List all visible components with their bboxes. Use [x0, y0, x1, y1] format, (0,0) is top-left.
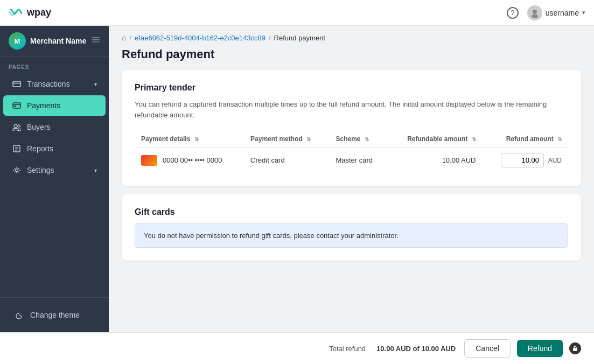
merchant-info: M Merchant Name	[9, 32, 86, 50]
payment-icon	[12, 101, 22, 110]
total-refund-value: 10.00 AUD of 10.00 AUD	[376, 345, 456, 353]
username-label: username	[546, 9, 579, 17]
aud-currency-label: AUD	[548, 157, 562, 164]
svg-rect-4	[92, 41, 100, 43]
svg-rect-19	[573, 348, 577, 351]
svg-rect-7	[13, 103, 20, 108]
page-title: Refund payment	[109, 47, 594, 70]
gift-cards-info-message: You do not have permission to refund gif…	[144, 232, 399, 240]
col-refundable-amount[interactable]: Refundable amount ⇅	[387, 131, 482, 148]
refund-amount-cell: AUD	[483, 148, 569, 173]
wpay-logo-icon	[9, 8, 24, 18]
scheme-cell: Master card	[329, 148, 387, 173]
svg-point-10	[14, 124, 17, 128]
user-avatar-icon	[527, 5, 542, 20]
sidebar: M Merchant Name PAGES Transactions ▾ Pay…	[0, 26, 109, 332]
svg-rect-9	[14, 106, 16, 107]
svg-point-1	[532, 14, 538, 18]
credit-card-icon	[12, 79, 22, 89]
svg-point-0	[533, 10, 537, 14]
navbar: wpay ? username ▾	[0, 0, 594, 26]
merchant-header: M Merchant Name	[0, 26, 109, 57]
total-refund-label: Total refund	[329, 345, 366, 353]
col-scheme[interactable]: Scheme ⇅	[329, 131, 387, 148]
sidebar-item-payments[interactable]: Payments	[3, 95, 106, 116]
sidebar-item-label-settings: Settings	[27, 166, 54, 174]
chevron-right-icon: ▾	[94, 81, 97, 87]
people-icon	[12, 122, 22, 132]
chevron-right-settings-icon: ▾	[94, 167, 97, 173]
breadcrumb-transaction-link[interactable]: efae6062-519d-4004-b162-e2c0e143cc89	[135, 34, 265, 42]
sort-icon-refund-amount: ⇅	[557, 136, 562, 142]
sidebar-item-buyers[interactable]: Buyers	[3, 117, 106, 137]
merchant-avatar: M	[9, 32, 26, 50]
gear-icon	[12, 165, 22, 175]
footer-bar: Total refund 10.00 AUD of 10.00 AUD Canc…	[0, 332, 594, 364]
gift-cards-title: Gift cards	[135, 207, 568, 217]
sort-icon-refundable: ⇅	[472, 136, 476, 142]
sidebar-item-label-transactions: Transactions	[27, 80, 70, 88]
refundable-amount-cell: 10.00 AUD	[387, 148, 482, 173]
col-refund-amount[interactable]: Refund amount ⇅	[483, 131, 569, 148]
wpay-logo-text: wpay	[27, 7, 51, 18]
change-theme-label: Change theme	[30, 311, 80, 319]
svg-rect-3	[92, 39, 100, 40]
sidebar-item-change-theme[interactable]: Change theme	[6, 305, 102, 325]
merchant-name: Merchant Name	[30, 37, 86, 45]
sidebar-item-label-reports: Reports	[27, 144, 53, 153]
sidebar-toggle-icon[interactable]	[92, 36, 100, 46]
primary-tender-description: You can refund a captured transaction mu…	[135, 99, 568, 120]
payment-table-wrapper: Payment details ⇅ Payment method ⇅ Schem…	[135, 131, 568, 173]
col-payment-method[interactable]: Payment method ⇅	[244, 131, 329, 148]
primary-tender-title: Primary tender	[135, 83, 568, 93]
navbar-left: wpay	[9, 7, 51, 18]
sidebar-item-label-payments: Payments	[27, 101, 60, 110]
sidebar-item-settings[interactable]: Settings ▾	[3, 160, 106, 180]
navbar-right: ? username ▾	[507, 5, 585, 20]
main-content: ⌂ / efae6062-519d-4004-b162-e2c0e143cc89…	[109, 26, 594, 332]
gift-cards-info-box: You do not have permission to refund gif…	[135, 223, 568, 248]
sidebar-item-label-buyers: Buyers	[27, 123, 51, 131]
payment-method-cell: Credit card	[244, 148, 329, 173]
sidebar-item-reports[interactable]: Reports	[3, 138, 106, 159]
reports-icon	[12, 144, 22, 153]
sort-icon-scheme: ⇅	[365, 136, 369, 142]
breadcrumb-current: Refund payment	[274, 34, 325, 42]
payment-table: Payment details ⇅ Payment method ⇅ Schem…	[135, 131, 568, 173]
pages-label: PAGES	[0, 57, 109, 73]
app-body: M Merchant Name PAGES Transactions ▾ Pay…	[0, 26, 594, 332]
sidebar-item-transactions[interactable]: Transactions ▾	[3, 74, 106, 94]
col-payment-details[interactable]: Payment details ⇅	[135, 131, 244, 148]
card-logo-icon	[141, 155, 157, 166]
user-menu[interactable]: username ▾	[527, 5, 585, 20]
wpay-logo: wpay	[9, 7, 51, 18]
breadcrumb: ⌂ / efae6062-519d-4004-b162-e2c0e143cc89…	[109, 26, 594, 47]
table-row: 0000 00•• •••• 0000 Credit card Master c…	[135, 148, 568, 173]
breadcrumb-sep-2: /	[269, 34, 271, 42]
refund-amount-input[interactable]	[501, 153, 544, 167]
sort-icon-payment-details: ⇅	[194, 136, 199, 142]
gift-cards-card: Gift cards You do not have permission to…	[122, 194, 581, 261]
svg-point-12	[18, 125, 20, 127]
primary-tender-card: Primary tender You can refund a captured…	[122, 70, 581, 186]
chevron-down-icon: ▾	[582, 9, 585, 16]
svg-point-11	[13, 129, 18, 131]
payment-details-cell: 0000 00•• •••• 0000	[135, 148, 244, 173]
breadcrumb-sep-1: /	[129, 34, 131, 42]
refund-button[interactable]: Refund	[517, 340, 563, 357]
svg-rect-2	[92, 37, 100, 38]
lock-icon	[569, 342, 581, 354]
svg-point-18	[16, 169, 18, 172]
cancel-button[interactable]: Cancel	[464, 339, 511, 358]
help-icon[interactable]: ?	[507, 7, 519, 19]
sidebar-bottom: Change theme	[0, 297, 109, 332]
card-number: 0000 00•• •••• 0000	[163, 156, 222, 164]
svg-rect-5	[13, 81, 20, 87]
home-icon[interactable]: ⌂	[122, 33, 126, 42]
sort-icon-payment-method: ⇅	[306, 136, 311, 142]
moon-icon	[15, 310, 25, 320]
